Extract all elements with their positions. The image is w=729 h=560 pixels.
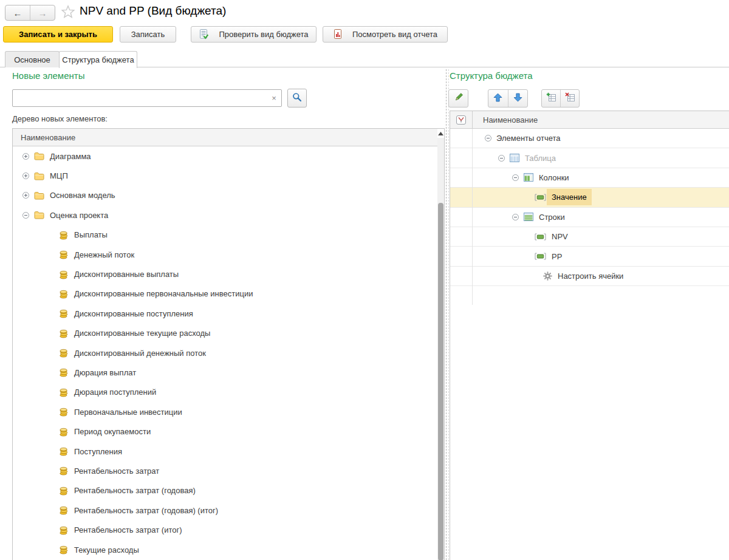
preview-report-view-button[interactable]: Посмотреть вид отчета <box>323 26 448 43</box>
page-title: NPV and PP (Вид бюджета) <box>80 4 226 18</box>
field-icon <box>535 194 546 201</box>
tree-item[interactable]: Выплаты <box>13 225 444 245</box>
tree-item-label: Оценка проекта <box>50 211 108 220</box>
tree-item[interactable]: PP <box>450 247 729 266</box>
search-input[interactable] <box>13 90 267 106</box>
expand-icon[interactable] <box>22 172 29 179</box>
table-rows-icon <box>524 213 533 221</box>
coins-icon <box>59 329 69 338</box>
move-buttons-group <box>488 89 528 108</box>
coins-icon <box>59 407 69 417</box>
coins-icon <box>59 348 69 358</box>
tree-item-label: Дисконтированный денежный поток <box>74 349 206 358</box>
tree-item[interactable]: Дюрация выплат <box>13 363 444 382</box>
tree-item[interactable]: Рентабельность затрат (годовая) (итог) <box>13 500 444 520</box>
tree-item-label: Выплаты <box>74 230 108 239</box>
save-and-close-button[interactable]: Записать и закрыть <box>3 26 113 43</box>
tree-item[interactable]: Период окупаемости <box>13 422 444 441</box>
column-divider <box>472 129 473 305</box>
tree-item[interactable]: NPV <box>450 227 729 247</box>
tree-item[interactable]: Рентабельность затрат (итог) <box>13 520 444 539</box>
tree-item-label: Поступления <box>74 447 122 456</box>
tree-item-label: Период окупаемости <box>74 427 151 436</box>
column-filter-icon[interactable] <box>450 115 472 125</box>
tree-item[interactable]: Дюрация поступлений <box>13 383 444 402</box>
remove-table-element-button[interactable] <box>560 90 579 107</box>
forward-button[interactable]: → <box>30 5 55 20</box>
field-icon <box>535 233 546 241</box>
move-down-button[interactable] <box>508 90 528 107</box>
tree-item-label: Рентабельность затрат (годовая) (итог) <box>74 506 218 515</box>
tree-item[interactable]: Колонки <box>450 168 729 188</box>
tab-main[interactable]: Основное <box>5 51 60 67</box>
tree-item-label: Дисконтированные выплаты <box>74 270 179 279</box>
collapse-icon[interactable] <box>485 135 491 142</box>
tree-item[interactable]: Дисконтированные текущие расходы <box>13 324 444 343</box>
gear-icon <box>543 271 552 281</box>
tree-item-label: NPV <box>552 232 568 241</box>
tree-item-label: Элементы отчета <box>496 134 561 143</box>
tree-item[interactable]: Рентабельность затрат (годовая) <box>13 481 444 500</box>
scroll-up-icon[interactable] <box>437 129 444 138</box>
tree-item-label: Текущие расходы <box>74 545 139 555</box>
back-button[interactable]: ← <box>5 5 30 20</box>
budget-structure-tree-body: Элементы отчетаТаблицаКолонкиЗначениеСтр… <box>450 129 729 286</box>
tree-item-label: Основная модель <box>50 191 115 200</box>
tree-item[interactable]: Дисконтированные выплаты <box>13 264 444 284</box>
history-nav[interactable]: ← → <box>5 5 55 21</box>
preview-report-view-label: Посмотреть вид отчета <box>352 30 437 39</box>
tree-item[interactable]: Рентабельность затрат <box>13 461 444 480</box>
tree-item-label: Диаграмма <box>50 152 91 161</box>
left-tree-header-label: Наименование <box>21 133 75 142</box>
tree-item[interactable]: Таблица <box>450 148 729 168</box>
budget-structure-tree: Наименование Элементы отчетаТаблицаКолон… <box>450 111 729 560</box>
tree-item[interactable]: Дисконтированные поступления <box>13 304 444 323</box>
move-up-button[interactable] <box>488 90 508 107</box>
tree-item[interactable]: Значение <box>450 188 729 207</box>
coins-icon <box>59 250 69 259</box>
scrollbar-thumb[interactable] <box>438 203 443 560</box>
tree-item[interactable]: МЦП <box>13 166 444 185</box>
expand-icon[interactable] <box>22 192 29 199</box>
tree-item[interactable]: Оценка проекта <box>13 205 444 225</box>
clear-search-icon[interactable]: × <box>267 90 281 106</box>
tab-budget-structure[interactable]: Структура бюджета <box>59 51 137 68</box>
coins-icon <box>59 270 69 279</box>
collapse-icon[interactable] <box>22 212 29 219</box>
check-budget-view-button[interactable]: Проверить вид бюджета <box>191 26 317 43</box>
table-icon <box>510 154 519 162</box>
save-and-close-label: Записать и закрыть <box>19 30 97 39</box>
tree-item-label: Таблица <box>525 154 556 163</box>
search-button[interactable] <box>287 89 307 108</box>
tree-item[interactable]: Первоначальные инвестиции <box>13 402 444 422</box>
tree-item[interactable]: Дисконтированный денежный поток <box>13 343 444 363</box>
folder-icon <box>34 172 44 180</box>
add-table-element-button[interactable] <box>542 90 560 107</box>
add-table-element-icon <box>546 92 556 104</box>
save-button[interactable]: Записать <box>120 26 176 43</box>
tree-item[interactable]: Настроить ячейки <box>450 267 729 286</box>
tab-budget-structure-label: Структура бюджета <box>62 55 134 64</box>
tree-item[interactable]: Элементы отчета <box>450 129 729 148</box>
collapse-icon[interactable] <box>512 174 519 181</box>
left-tree-header[interactable]: Наименование <box>13 129 444 146</box>
tree-item[interactable]: Дисконтированные первоначальные инвестиц… <box>13 284 444 304</box>
favorite-star-icon[interactable] <box>61 4 75 19</box>
expand-icon[interactable] <box>22 153 29 160</box>
tree-item[interactable]: Основная модель <box>13 186 444 205</box>
tree-item[interactable]: Строки <box>450 208 729 227</box>
coins-icon <box>59 427 69 437</box>
tree-item[interactable]: Денежный поток <box>13 245 444 264</box>
edit-button[interactable] <box>448 89 468 108</box>
tree-item[interactable]: Поступления <box>13 442 444 461</box>
panel-splitter[interactable] <box>446 69 449 560</box>
collapse-icon[interactable] <box>498 155 505 162</box>
coins-icon <box>59 289 69 299</box>
right-tree-header[interactable]: Наименование <box>450 111 729 129</box>
folder-icon <box>34 152 44 160</box>
vertical-scrollbar[interactable] <box>437 129 444 560</box>
tree-item[interactable]: Диаграмма <box>13 146 444 166</box>
collapse-icon[interactable] <box>512 214 519 220</box>
tree-item[interactable]: Текущие расходы <box>13 540 444 559</box>
tree-item-label: Дисконтированные текущие расходы <box>74 329 210 338</box>
